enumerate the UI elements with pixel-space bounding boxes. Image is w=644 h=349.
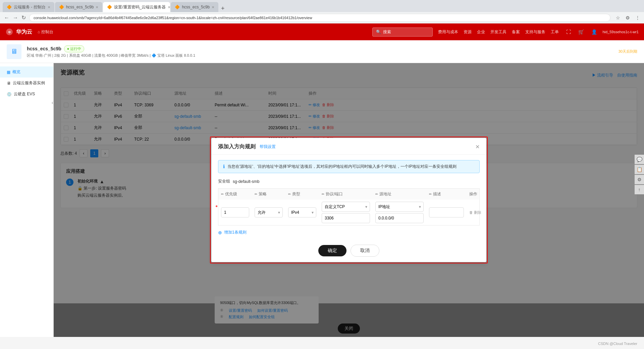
server-name: hcss_ecs_5c9b xyxy=(27,46,61,51)
confirm-button[interactable]: 确定 xyxy=(318,245,346,256)
status-text: 运行中 xyxy=(70,47,81,51)
search-placeholder: 搜索 xyxy=(383,29,391,35)
tab-1-close[interactable]: ✕ xyxy=(48,5,50,9)
nav-enterprise[interactable]: 企业 xyxy=(477,29,485,35)
type-select[interactable]: IPv4 IPv6 xyxy=(288,207,316,217)
sidebar-item-overview[interactable]: ▦ 概览 xyxy=(0,66,53,78)
nav-cost[interactable]: 费用与成本 xyxy=(438,29,458,35)
delete-icon: 🗑 xyxy=(469,210,473,214)
source-select[interactable]: IP地址 IP地址组 安全组 xyxy=(375,202,424,212)
nav-support[interactable]: 支持与服务 xyxy=(525,29,545,35)
info-icon: ℹ xyxy=(223,164,225,169)
address-input[interactable] xyxy=(29,14,610,22)
add-rule-row[interactable]: ⊕ 增加1条规则 xyxy=(218,230,480,235)
screen-icon[interactable]: ⛶ xyxy=(566,29,571,35)
tab-2-label: hcss_ecs_5c9b xyxy=(66,5,94,9)
main-layout: ▦ 概览 🖥 云端云服务器实例 💿 云硬盘 EVS ‹ 资源概览 ▶ 流程引导 … xyxy=(0,63,644,337)
ip-input[interactable] xyxy=(375,213,424,223)
type-cell: IPv4 IPv6 ▼ xyxy=(285,207,319,217)
tab-1[interactable]: 🔶 云端服务 - 控制台 ✕ xyxy=(3,2,54,12)
modal-header: 添加入方向规则 帮我设置 ✕ xyxy=(211,138,486,155)
expire-text: 30天后到期 xyxy=(619,49,637,54)
sidebar-item-evs[interactable]: 💿 云硬盘 EVS xyxy=(0,89,53,100)
nav-resource[interactable]: 资源 xyxy=(464,29,472,35)
menu-icon[interactable]: ⋮ xyxy=(635,15,640,20)
sg-value: sg-default-smb xyxy=(233,179,259,184)
priority-input[interactable] xyxy=(221,207,249,217)
modal-close-button[interactable]: ✕ xyxy=(475,144,480,150)
info-bar: 🖥 hcss_ecs_5c9b ● 运行中 区域 华南-广州 | 2核 2G |… xyxy=(0,40,644,63)
priority-cell xyxy=(218,207,252,217)
type-select-wrapper: IPv4 IPv6 ▼ xyxy=(288,207,316,217)
tab-4-close[interactable]: ✕ xyxy=(212,5,214,9)
tab-3[interactable]: 🔶 设置/重置密码_云端云服务器 ✕ xyxy=(103,2,170,12)
tab-4[interactable]: 🔶 hcss_ecs_5c9b ✕ xyxy=(171,2,218,12)
float-btn-1[interactable]: 💬 xyxy=(635,155,644,164)
edit-icon-port: ✏ xyxy=(322,192,324,196)
float-btn-3[interactable]: ⚙ xyxy=(635,175,644,184)
cancel-button[interactable]: 取消 xyxy=(351,245,379,257)
tab-1-icon: 🔶 xyxy=(7,5,12,9)
sidebar-item-overview-label: 概览 xyxy=(12,69,20,75)
float-btn-2[interactable]: 📋 xyxy=(635,165,644,174)
user-icon[interactable]: 👤 xyxy=(591,29,597,35)
refresh-button[interactable]: ↻ xyxy=(21,14,26,21)
tab-2-close[interactable]: ✕ xyxy=(96,5,98,9)
edit-icon-priority: ✏ xyxy=(221,192,224,196)
ecs-icon: 🖥 xyxy=(7,81,11,86)
new-tab-button[interactable]: + xyxy=(221,5,225,12)
bookmark-icon[interactable]: ☆ xyxy=(616,15,620,20)
required-indicator: ● xyxy=(215,204,218,208)
search-icon: 🔍 xyxy=(376,30,381,34)
tab-1-label: 云端服务 - 控制台 xyxy=(14,4,46,10)
search-box[interactable]: 🔍 搜索 xyxy=(372,28,433,37)
policy-select-wrapper: 允许 拒绝 ▼ xyxy=(255,207,283,217)
modal-overlay: 添加入方向规则 帮我设置 ✕ ℹ 当您在'源地址'、'目的地址'中选择'IP地址… xyxy=(54,63,644,337)
sidebar-item-evs-label: 云硬盘 EVS xyxy=(14,91,35,97)
extensions-icon[interactable]: ⚙ xyxy=(626,15,630,20)
user-id: hid_59ssehos1c-t-wr1 xyxy=(602,30,639,34)
sidebar-item-ecs-label: 云端云服务器实例 xyxy=(13,80,45,86)
cart-icon[interactable]: 🛒 xyxy=(578,29,584,35)
rule-table-header: ✏ 优先级 ✏ 策略 ✏ 类型 xyxy=(218,188,480,200)
edit-icon-source: ✏ xyxy=(375,192,378,196)
svg-text:华: 华 xyxy=(8,31,11,34)
modal-body: ℹ 当您在'源地址'、'目的地址'中选择'IP地址'选项后，其对应的IP地址框内… xyxy=(211,155,486,241)
status-badge: ● 运行中 xyxy=(64,45,85,52)
tab-2[interactable]: 🔶 hcss_ecs_5c9b ✕ xyxy=(55,2,103,12)
address-bar: ← → ↻ ☆ ⚙ ⋮ xyxy=(0,12,644,23)
desc-input[interactable] xyxy=(429,207,464,217)
delete-rule-btn[interactable]: 🗑 删除 xyxy=(469,210,481,214)
tab-4-icon: 🔶 xyxy=(175,5,180,9)
th-priority: ✏ 优先级 xyxy=(218,191,252,197)
edit-icon-desc: ✏ xyxy=(429,192,432,196)
nav-record[interactable]: 备案 xyxy=(512,29,520,35)
rule-form-row: 允许 拒绝 ▼ xyxy=(218,200,480,226)
source-cell: IP地址 IP地址组 安全组 ▼ xyxy=(373,202,426,223)
modal-footer: 确定 取消 xyxy=(211,241,486,262)
forward-button[interactable]: → xyxy=(13,15,18,21)
alert-text: 当您在'源地址'、'目的地址'中选择'IP地址'选项后，其对应的IP地址框内可以… xyxy=(227,164,457,169)
tab-3-close[interactable]: ✕ xyxy=(168,5,170,9)
sidebar-item-ecs[interactable]: 🖥 云端云服务器实例 xyxy=(0,78,53,89)
nav-control[interactable]: ⌂ 控制台 xyxy=(38,29,53,35)
logo-text: 华为云 xyxy=(16,29,32,36)
port-input[interactable] xyxy=(322,213,370,223)
modal-title-row: 添加入方向规则 帮我设置 xyxy=(218,143,276,150)
huawei-logo-icon: 华 xyxy=(5,28,13,36)
back-button[interactable]: ← xyxy=(4,15,9,21)
protocol-select[interactable]: 自定义TCP 自定义UDP 全部 SSH(22) HTTP(80) HTTPS(… xyxy=(322,202,370,212)
server-avatar: 🖥 xyxy=(7,44,21,59)
policy-select[interactable]: 允许 拒绝 xyxy=(255,207,283,217)
tab-2-icon: 🔶 xyxy=(59,5,64,9)
nav-dev[interactable]: 开发工具 xyxy=(490,29,506,35)
modal-highlight-wrapper: 添加入方向规则 帮我设置 ✕ ℹ 当您在'源地址'、'目的地址'中选择'IP地址… xyxy=(210,137,488,263)
float-btn-4[interactable]: ↑ xyxy=(635,185,644,194)
sidebar-collapse-btn[interactable]: ‹ xyxy=(52,100,53,106)
add-rule-label: 增加1条规则 xyxy=(224,230,247,235)
plus-circle-icon: ⊕ xyxy=(218,230,222,235)
logo-area: 华 华为云 xyxy=(5,28,32,36)
nav-ticket[interactable]: 工单 xyxy=(551,29,559,35)
tab-3-label: 设置/重置密码_云端云服务器 xyxy=(114,4,166,10)
modal-subtitle-link[interactable]: 帮我设置 xyxy=(260,144,276,150)
